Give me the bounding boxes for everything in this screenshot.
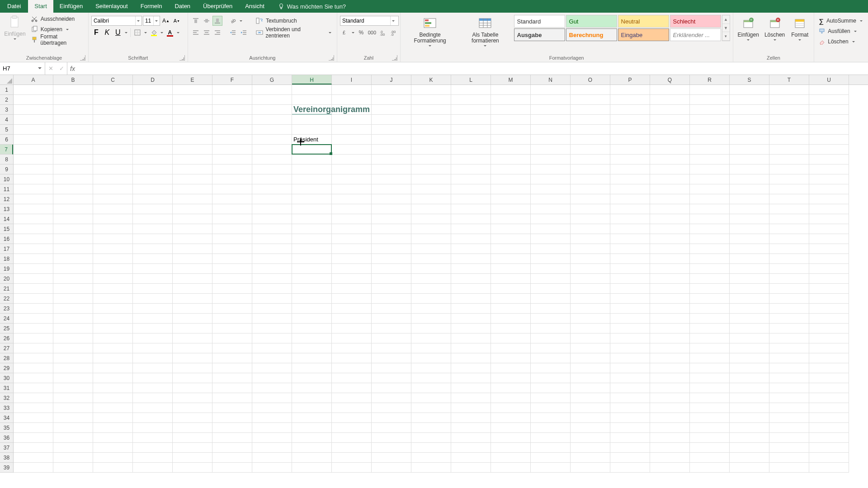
- cell-G27[interactable]: [252, 343, 292, 353]
- cell-E14[interactable]: [173, 214, 212, 224]
- cell-G6[interactable]: [252, 135, 292, 145]
- cell-Q32[interactable]: [650, 393, 690, 403]
- cell-K4[interactable]: [411, 115, 451, 125]
- cell-K20[interactable]: [411, 274, 451, 284]
- cell-P38[interactable]: [610, 453, 650, 463]
- cell-U35[interactable]: [809, 423, 849, 433]
- cell-H29[interactable]: [292, 363, 332, 373]
- cell-U8[interactable]: [809, 155, 849, 164]
- cell-O23[interactable]: [571, 304, 610, 314]
- cell-H24[interactable]: [292, 314, 332, 324]
- cell-S7[interactable]: [730, 145, 769, 155]
- cell-O11[interactable]: [571, 184, 610, 194]
- font-name-combo[interactable]: [91, 16, 142, 26]
- cell-J29[interactable]: [372, 363, 411, 373]
- cell-B35[interactable]: [53, 423, 93, 433]
- cell-I21[interactable]: [332, 284, 372, 294]
- cell-C11[interactable]: [93, 184, 133, 194]
- cell-F34[interactable]: [212, 413, 252, 423]
- cell-A19[interactable]: [14, 264, 53, 274]
- cell-H28[interactable]: [292, 353, 332, 363]
- cell-G22[interactable]: [252, 294, 292, 304]
- cell-Q31[interactable]: [650, 383, 690, 393]
- cell-P33[interactable]: [610, 403, 650, 413]
- cell-P19[interactable]: [610, 264, 650, 274]
- cell-I6[interactable]: [332, 135, 372, 145]
- cell-G21[interactable]: [252, 284, 292, 294]
- select-all-corner[interactable]: [0, 75, 14, 85]
- cell-Q16[interactable]: [650, 234, 690, 244]
- cell-U14[interactable]: [809, 214, 849, 224]
- cell-T22[interactable]: [769, 294, 809, 304]
- cell-P27[interactable]: [610, 343, 650, 353]
- row-header-4[interactable]: 4: [0, 115, 13, 125]
- cell-M22[interactable]: [491, 294, 531, 304]
- cell-D3[interactable]: [133, 105, 173, 115]
- cell-P21[interactable]: [610, 284, 650, 294]
- cell-K12[interactable]: [411, 194, 451, 204]
- cell-N22[interactable]: [531, 294, 571, 304]
- cell-U4[interactable]: [809, 115, 849, 125]
- style-eingabe[interactable]: Eingabe: [618, 28, 669, 41]
- cell-K21[interactable]: [411, 284, 451, 294]
- cell-I11[interactable]: [332, 184, 372, 194]
- cell-L29[interactable]: [451, 363, 491, 373]
- cell-P14[interactable]: [610, 214, 650, 224]
- cell-B6[interactable]: [53, 135, 93, 145]
- cell-T4[interactable]: [769, 115, 809, 125]
- row-header-17[interactable]: 17: [0, 244, 13, 254]
- cell-L1[interactable]: [451, 85, 491, 95]
- cell-R13[interactable]: [690, 204, 730, 214]
- cell-U5[interactable]: [809, 125, 849, 135]
- cell-P4[interactable]: [610, 115, 650, 125]
- cell-I20[interactable]: [332, 274, 372, 284]
- cell-N10[interactable]: [531, 174, 571, 184]
- cell-Q22[interactable]: [650, 294, 690, 304]
- cell-G16[interactable]: [252, 234, 292, 244]
- cell-N23[interactable]: [531, 304, 571, 314]
- cell-P23[interactable]: [610, 304, 650, 314]
- cell-H11[interactable]: [292, 184, 332, 194]
- cell-J12[interactable]: [372, 194, 411, 204]
- cell-R22[interactable]: [690, 294, 730, 304]
- cell-P9[interactable]: [610, 164, 650, 174]
- cell-K31[interactable]: [411, 383, 451, 393]
- cell-K35[interactable]: [411, 423, 451, 433]
- cell-J14[interactable]: [372, 214, 411, 224]
- cell-R37[interactable]: [690, 443, 730, 453]
- cell-O20[interactable]: [571, 274, 610, 284]
- cell-T37[interactable]: [769, 443, 809, 453]
- cell-Q3[interactable]: [650, 105, 690, 115]
- cell-S18[interactable]: [730, 254, 769, 264]
- cell-G20[interactable]: [252, 274, 292, 284]
- cell-Q13[interactable]: [650, 204, 690, 214]
- style-ausgabe[interactable]: Ausgabe: [514, 28, 565, 41]
- cell-B23[interactable]: [53, 304, 93, 314]
- cell-J21[interactable]: [372, 284, 411, 294]
- cell-S19[interactable]: [730, 264, 769, 274]
- cell-I1[interactable]: [332, 85, 372, 95]
- cell-M24[interactable]: [491, 314, 531, 324]
- cell-O18[interactable]: [571, 254, 610, 264]
- cell-E9[interactable]: [173, 164, 212, 174]
- cell-D31[interactable]: [133, 383, 173, 393]
- cell-F35[interactable]: [212, 423, 252, 433]
- col-header-U[interactable]: U: [809, 75, 849, 84]
- cell-B21[interactable]: [53, 284, 93, 294]
- cell-T21[interactable]: [769, 284, 809, 294]
- row-header-27[interactable]: 27: [0, 343, 13, 353]
- cell-J9[interactable]: [372, 164, 411, 174]
- cell-B5[interactable]: [53, 125, 93, 135]
- cell-N12[interactable]: [531, 194, 571, 204]
- cell-O34[interactable]: [571, 413, 610, 423]
- cell-T18[interactable]: [769, 254, 809, 264]
- cell-E20[interactable]: [173, 274, 212, 284]
- cell-Q35[interactable]: [650, 423, 690, 433]
- chevron-down-icon[interactable]: [160, 31, 164, 35]
- col-header-B[interactable]: B: [53, 75, 93, 84]
- cell-P11[interactable]: [610, 184, 650, 194]
- cell-S20[interactable]: [730, 274, 769, 284]
- cell-F21[interactable]: [212, 284, 252, 294]
- dialog-launcher-icon[interactable]: [392, 55, 397, 61]
- cell-S3[interactable]: [730, 105, 769, 115]
